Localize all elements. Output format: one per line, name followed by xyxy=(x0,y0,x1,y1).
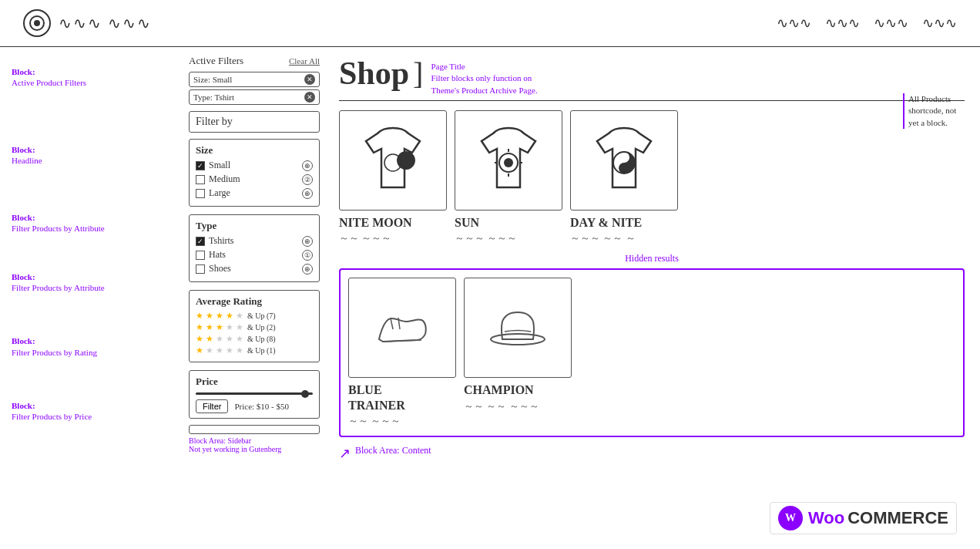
size-medium-row: Medium ② xyxy=(196,173,313,185)
type-tshirts-row: ✓ Tshirts ⊕ xyxy=(196,235,313,247)
remove-type-filter[interactable]: ✕ xyxy=(304,92,315,103)
active-filter-size: Size: Small ✕ xyxy=(189,72,320,87)
champion-price: ～～ ～～ ～～～ xyxy=(464,399,572,413)
nite-moon-name: NITE MOON xyxy=(339,215,447,230)
blue-trainer-name: BLUETRAINER xyxy=(348,382,456,412)
block-label-filter-attribute-2: Block:Filter Products by Attribute xyxy=(12,271,173,294)
active-filter-type: Type: Tshirt ✕ xyxy=(189,89,320,105)
size-small-checkbox[interactable]: ✓ xyxy=(196,161,205,170)
svg-point-10 xyxy=(622,155,626,160)
day-nite-price: ～～～ ～～ ～ xyxy=(570,231,678,245)
product-champion[interactable]: CHAMPION ～～ ～～ ～～～ xyxy=(464,278,572,427)
block-label-filter-rating: Block:Filter Products by Rating xyxy=(12,335,173,358)
size-small-count: ⊕ xyxy=(302,160,313,171)
nav-item-1[interactable]: ∿∿∿ xyxy=(777,15,811,32)
filter-sidebar: Active Filters Clear All Size: Small ✕ T… xyxy=(185,47,324,549)
filter-by-headline: Filter by xyxy=(189,111,320,133)
svg-point-4 xyxy=(504,158,513,167)
type-tshirts-count: ⊕ xyxy=(302,236,313,247)
type-hats-checkbox[interactable] xyxy=(196,251,205,260)
size-large-checkbox[interactable] xyxy=(196,189,205,198)
blue-trainer-price: ～～ ～～～ xyxy=(348,414,456,428)
price-filter-button[interactable]: Filter xyxy=(196,399,228,413)
active-filters-title: Active Filters xyxy=(189,55,243,67)
nite-moon-price: ～～ ～～～ xyxy=(339,231,447,245)
clear-all-button[interactable]: Clear All xyxy=(289,56,320,66)
header-squiggle-left: ∿∿∿ ∿∿∿ xyxy=(59,14,152,32)
price-slider-track xyxy=(196,392,313,395)
block-label-filter-price: Block:Filter Products by Price xyxy=(12,400,173,423)
champion-image xyxy=(464,278,572,378)
active-filters-header: Active Filters Clear All xyxy=(189,55,320,67)
rating-3-row[interactable]: ★★★★★ & Up (2) xyxy=(196,322,313,332)
nav-item-2[interactable]: ∿∿∿ xyxy=(825,15,860,32)
product-nite-moon[interactable]: NITE MOON ～～ ～～～ xyxy=(339,110,447,245)
size-medium-count: ② xyxy=(302,174,313,185)
hidden-results-label: Hidden results xyxy=(339,253,965,264)
day-nite-image xyxy=(570,110,678,211)
block-label-filter-attribute-1: Block:Filter Products by Attribute xyxy=(12,212,173,234)
sidebar-block-area xyxy=(189,425,320,434)
sun-image xyxy=(455,110,562,211)
rating-2-row[interactable]: ★★★★★ & Up (8) xyxy=(196,334,313,344)
size-medium-checkbox[interactable] xyxy=(196,175,205,184)
rating-filter: Average Rating ★★★★★ & Up (7) ★★★★★ & Up… xyxy=(189,290,320,362)
arrow-icon: ↗ xyxy=(339,445,351,462)
header: ∿∿∿ ∿∿∿ ∿∿∿ ∿∿∿ ∿∿∿ ∿∿∿ xyxy=(0,0,980,47)
woo-circle-icon: W xyxy=(778,506,803,530)
hidden-results-box: BLUETRAINER ～～ ～～～ CHAMPION ～～ ～～ ～～～ xyxy=(339,268,965,436)
type-shoes-count: ⊕ xyxy=(302,264,313,274)
shop-title-area: Shop ] Page TitleFilter blocks only func… xyxy=(339,55,965,96)
svg-point-11 xyxy=(622,166,626,170)
product-blue-trainer[interactable]: BLUETRAINER ～～ ～～～ xyxy=(348,278,456,427)
type-shoes-checkbox[interactable] xyxy=(196,264,205,274)
sun-name: SUN xyxy=(455,215,562,230)
price-slider-thumb[interactable] xyxy=(301,390,309,398)
champion-name: CHAMPION xyxy=(464,382,572,397)
blue-trainer-image xyxy=(348,278,456,378)
header-nav: ∿∿∿ ∿∿∿ ∿∿∿ ∿∿∿ xyxy=(777,15,957,32)
commerce-text: COMMERCE xyxy=(847,508,948,528)
sidebar-labels: Block:Active Product Filters Block:Headl… xyxy=(0,47,185,549)
product-sun[interactable]: SUN ～～～ ～～～ xyxy=(455,110,562,245)
shop-title: Shop xyxy=(339,55,409,92)
price-range-label: Price: $10 - $50 xyxy=(234,402,289,411)
bracket-icon: ] xyxy=(413,56,423,92)
type-tshirts-checkbox[interactable]: ✓ xyxy=(196,237,205,246)
type-hats-count: ① xyxy=(302,250,313,261)
woocommerce-logo: W Woo COMMERCE xyxy=(770,502,957,534)
block-area-annotation: ↗ Block Area: Content xyxy=(339,445,965,462)
nav-item-4[interactable]: ∿∿∿ xyxy=(922,15,957,32)
type-hats-row: Hats ① xyxy=(196,249,313,261)
type-shoes-row: Shoes ⊕ xyxy=(196,263,313,274)
rating-1-row[interactable]: ★★★★★ & Up (1) xyxy=(196,345,313,355)
page-title-annotation: Page TitleFilter blocks only function on… xyxy=(431,61,537,96)
rating-4-row[interactable]: ★★★★★ & Up (7) xyxy=(196,311,313,321)
shop-divider xyxy=(339,100,965,101)
size-large-count: ⊕ xyxy=(302,188,313,199)
size-filter: Size ✓ Small ⊕ Medium ② Large xyxy=(189,139,320,207)
nite-moon-image xyxy=(339,110,447,211)
nav-item-3[interactable]: ∿∿∿ xyxy=(874,15,908,32)
day-nite-name: DAY & NITE xyxy=(570,215,678,230)
product-day-nite[interactable]: DAY & NITE ～～～ ～～ ～ xyxy=(570,110,678,245)
all-products-annotation: All Products shortcode, not yet a block. xyxy=(903,93,965,129)
active-filters-section: Active Filters Clear All Size: Small ✕ T… xyxy=(189,55,320,105)
product-grid: NITE MOON ～～ ～～～ xyxy=(339,110,965,245)
svg-point-1 xyxy=(34,20,40,26)
remove-size-filter[interactable]: ✕ xyxy=(304,74,315,85)
size-large-row: Large ⊕ xyxy=(196,187,313,199)
sun-price: ～～～ ～～～ xyxy=(455,231,562,245)
main-content: Shop ] Page TitleFilter blocks only func… xyxy=(324,47,980,549)
size-small-row: ✓ Small ⊕ xyxy=(196,160,313,171)
header-left: ∿∿∿ ∿∿∿ xyxy=(23,9,152,37)
block-label-headline: Block:Headline xyxy=(12,144,173,167)
woo-text: Woo xyxy=(808,508,844,528)
main-container: Block:Active Product Filters Block:Headl… xyxy=(0,47,980,549)
sidebar-block-annotation: Block Area: SidebarNot yet working in Gu… xyxy=(189,436,320,453)
type-filter: Type ✓ Tshirts ⊕ Hats ① Shoes xyxy=(189,214,320,282)
price-filter: Price Filter Price: $10 - $50 xyxy=(189,370,320,419)
block-label-active-filters: Block:Active Product Filters xyxy=(12,66,173,89)
logo xyxy=(23,9,51,37)
